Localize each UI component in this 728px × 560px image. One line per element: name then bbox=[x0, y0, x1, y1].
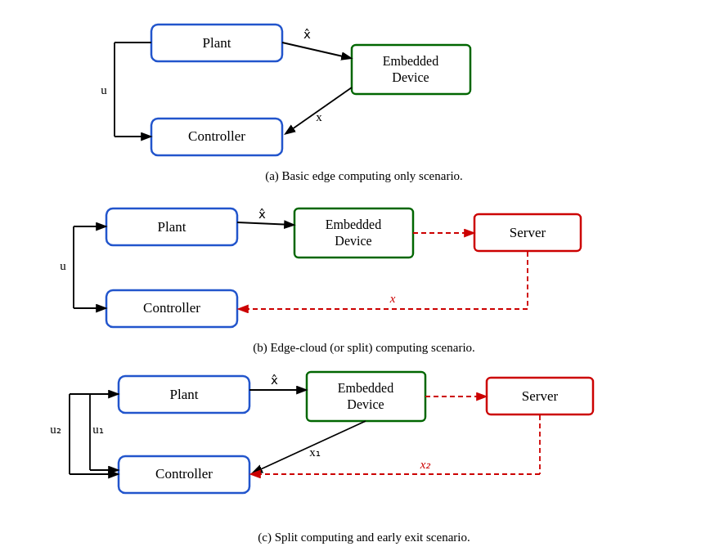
u-b: u bbox=[60, 259, 66, 272]
embedded-b-label: Embedded bbox=[326, 217, 381, 231]
controller-a-label: Controller bbox=[188, 128, 245, 144]
embedded-a-label2: Device bbox=[392, 70, 429, 84]
plant-b-label: Plant bbox=[158, 219, 186, 235]
server-b-label: Server bbox=[510, 225, 546, 240]
controller-b-label: Controller bbox=[143, 300, 200, 316]
xhat-a: x̂ bbox=[303, 28, 311, 41]
caption-c: (c) Split computing and early exit scena… bbox=[258, 531, 470, 544]
embedded-c-label: Embedded bbox=[338, 381, 393, 395]
svg-rect-21 bbox=[307, 372, 425, 421]
xhat-b: x̂ bbox=[258, 208, 266, 221]
x2-c: x₂ bbox=[420, 458, 432, 471]
embedded-c-label2: Device bbox=[347, 397, 384, 411]
diagram-container: Plant Embedded Device Controller x̂ x u … bbox=[0, 0, 728, 560]
x1-c: x₁ bbox=[309, 446, 321, 459]
u1-c: u₁ bbox=[92, 423, 104, 436]
server-c-label: Server bbox=[522, 388, 559, 404]
embedded-a-label: Embedded bbox=[383, 54, 438, 68]
u-a: u bbox=[101, 83, 107, 96]
plant-a-label: Plant bbox=[203, 35, 231, 51]
svg-line-3 bbox=[282, 43, 350, 58]
caption-b: (b) Edge-cloud (or split) computing scen… bbox=[253, 341, 475, 355]
x-b: x bbox=[389, 292, 396, 305]
svg-rect-1 bbox=[352, 45, 470, 94]
embedded-b-label2: Device bbox=[335, 234, 371, 248]
svg-line-12 bbox=[237, 222, 293, 225]
plant-c-label: Plant bbox=[170, 387, 199, 402]
u2-c: u₂ bbox=[50, 423, 61, 436]
xhat-c: x̂ bbox=[271, 374, 278, 387]
x-a: x bbox=[316, 110, 322, 123]
controller-c-label: Controller bbox=[155, 466, 213, 482]
caption-a: (a) Basic edge computing only scenario. bbox=[265, 169, 463, 183]
svg-rect-9 bbox=[294, 208, 413, 258]
